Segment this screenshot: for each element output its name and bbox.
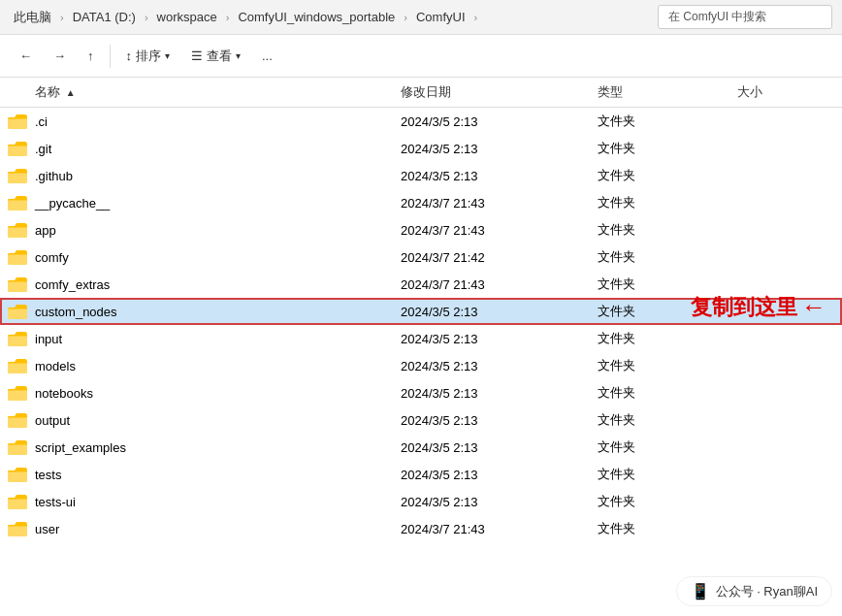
sort-indicator: ▲: [66, 87, 76, 98]
file-name-text: .github: [35, 169, 73, 183]
file-name-cell: app: [0, 216, 393, 243]
folder-icon: [8, 141, 27, 156]
file-size-cell: [729, 434, 842, 461]
breadcrumb-sep-3: ›: [403, 12, 408, 23]
table-row[interactable]: models2024/3/5 2:13文件夹: [0, 352, 842, 379]
folder-icon: [8, 439, 27, 455]
col-header-date[interactable]: 修改日期: [393, 78, 590, 108]
folder-icon: [8, 521, 27, 536]
file-name-text: custom_nodes: [35, 305, 117, 319]
col-header-type[interactable]: 类型: [590, 78, 730, 108]
view-button[interactable]: ☰ 查看 ▾: [181, 43, 250, 70]
table-row[interactable]: .git2024/3/5 2:13文件夹: [0, 135, 842, 162]
view-icon: ☰: [191, 49, 203, 63]
file-tbody: .ci2024/3/5 2:13文件夹 .git2024/3/5 2:13文件夹…: [0, 108, 842, 543]
file-date-cell: 2024/3/7 21:42: [393, 243, 590, 271]
nav-forward-button[interactable]: →: [44, 44, 76, 68]
table-row[interactable]: output2024/3/5 2:13文件夹: [0, 406, 842, 434]
wechat-icon: 📱: [691, 582, 710, 600]
file-name-text: .git: [35, 142, 51, 156]
file-type-cell: 文件夹: [590, 189, 730, 216]
main-wrapper: 此电脑 › DATA1 (D:) › workspace › ComfyUI_w…: [0, 0, 842, 616]
breadcrumb-this-pc[interactable]: 此电脑: [10, 7, 55, 28]
file-date-cell: 2024/3/5 2:13: [393, 135, 590, 162]
svg-rect-11: [8, 416, 27, 428]
table-row[interactable]: tests2024/3/5 2:13文件夹: [0, 461, 842, 488]
file-name-cell: comfy: [0, 243, 393, 271]
table-row[interactable]: .github2024/3/5 2:13文件夹: [0, 162, 842, 189]
file-size-cell: [729, 352, 842, 379]
file-type-cell: 文件夹: [590, 461, 730, 488]
svg-rect-14: [8, 498, 27, 509]
breadcrumb-bar: 此电脑 › DATA1 (D:) › workspace › ComfyUI_w…: [0, 0, 842, 35]
folder-icon: [8, 358, 27, 373]
svg-rect-0: [8, 117, 27, 129]
breadcrumb-sep-0: ›: [59, 12, 65, 23]
sort-icon: ↕: [126, 49, 133, 63]
col-header-size[interactable]: 大小: [729, 78, 842, 108]
folder-icon: [8, 304, 27, 319]
table-row[interactable]: user2024/3/7 21:43文件夹: [0, 515, 842, 542]
folder-icon: [8, 249, 27, 265]
file-size-cell: [729, 461, 842, 488]
view-chevron-icon: ▾: [236, 50, 241, 61]
svg-rect-9: [8, 362, 27, 373]
file-type-cell: 文件夹: [590, 108, 730, 136]
file-date-cell: 2024/3/7 21:43: [393, 515, 590, 542]
breadcrumb-data1[interactable]: DATA1 (D:): [69, 8, 140, 26]
folder-icon: [8, 195, 27, 211]
table-row[interactable]: .ci2024/3/5 2:13文件夹: [0, 108, 842, 136]
svg-rect-4: [8, 226, 27, 238]
file-type-cell: 文件夹: [590, 434, 730, 461]
breadcrumb-comfyui[interactable]: ComfyUI: [412, 8, 470, 26]
table-row[interactable]: custom_nodes2024/3/5 2:13文件夹: [0, 298, 842, 325]
file-size-cell: [729, 488, 842, 515]
nav-up-button[interactable]: ↑: [78, 44, 104, 68]
folder-icon: [8, 494, 27, 509]
svg-rect-1: [8, 145, 27, 156]
svg-rect-13: [8, 470, 27, 482]
table-row[interactable]: __pycache__2024/3/7 21:43文件夹: [0, 189, 842, 216]
table-row[interactable]: input2024/3/5 2:13文件夹: [0, 325, 842, 352]
file-size-cell: [729, 243, 842, 271]
breadcrumb-search[interactable]: 在 ComfyUI 中搜索: [658, 5, 832, 29]
file-size-cell: [729, 325, 842, 352]
file-size-cell: [729, 379, 842, 406]
more-button[interactable]: ...: [252, 44, 282, 68]
table-row[interactable]: notebooks2024/3/5 2:13文件夹: [0, 379, 842, 406]
folder-icon: [8, 412, 27, 428]
breadcrumb-workspace[interactable]: workspace: [153, 8, 221, 26]
file-type-cell: 文件夹: [590, 406, 730, 434]
file-name-text: app: [35, 223, 56, 238]
more-label: ...: [262, 49, 273, 63]
folder-icon: [8, 113, 27, 129]
file-size-cell: [729, 189, 842, 216]
up-icon: ↑: [87, 49, 94, 63]
col-header-name[interactable]: 名称 ▲: [0, 78, 393, 108]
file-date-cell: 2024/3/5 2:13: [393, 352, 590, 379]
sort-button[interactable]: ↕ 排序 ▾: [116, 43, 180, 70]
file-name-cell: .ci: [0, 108, 393, 136]
sort-chevron-icon: ▾: [165, 50, 170, 61]
nav-back-button[interactable]: ←: [10, 44, 42, 68]
file-list-container[interactable]: 名称 ▲ 修改日期 类型 大小 .ci2024/3/5 2:13文件夹 .git…: [0, 78, 842, 616]
file-name-cell: models: [0, 352, 393, 379]
file-name-cell: comfy_extras: [0, 271, 393, 298]
table-row[interactable]: script_examples2024/3/5 2:13文件夹: [0, 434, 842, 461]
table-row[interactable]: app2024/3/7 21:43文件夹: [0, 216, 842, 243]
table-row[interactable]: tests-ui2024/3/5 2:13文件夹: [0, 488, 842, 515]
toolbar-separator-0: [110, 45, 111, 68]
file-name-text: output: [35, 413, 70, 428]
table-row[interactable]: comfy2024/3/7 21:42文件夹: [0, 243, 842, 271]
file-type-cell: 文件夹: [590, 162, 730, 189]
svg-rect-2: [8, 172, 27, 183]
breadcrumb-sep-4: ›: [473, 12, 479, 23]
breadcrumb-comfyui-portable[interactable]: ComfyUI_windows_portable: [234, 8, 399, 26]
file-type-cell: 文件夹: [590, 352, 730, 379]
file-name-text: models: [35, 359, 76, 373]
file-date-cell: 2024/3/5 2:13: [393, 108, 590, 136]
file-size-cell: [729, 216, 842, 243]
file-type-cell: 文件夹: [590, 298, 730, 325]
file-size-cell: [729, 515, 842, 542]
table-row[interactable]: comfy_extras2024/3/7 21:43文件夹: [0, 271, 842, 298]
